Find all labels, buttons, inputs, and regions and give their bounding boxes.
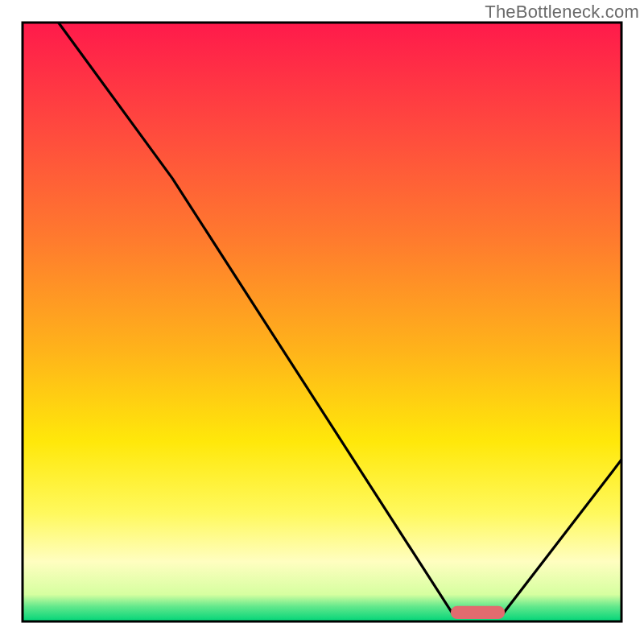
chart-stage: TheBottleneck.com: [0, 0, 644, 644]
plot-background: [23, 23, 621, 621]
optimal-marker: [451, 606, 505, 619]
bottleneck-chart: [0, 0, 644, 644]
